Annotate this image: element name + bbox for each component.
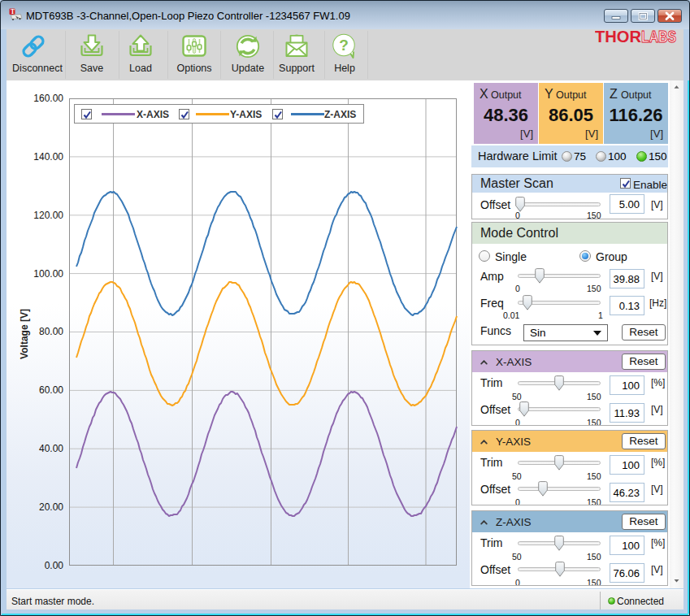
svg-text:T: T (11, 8, 15, 15)
svg-text:LABS: LABS (641, 29, 676, 44)
svg-text:THOR: THOR (595, 29, 641, 44)
svg-text:?: ? (339, 37, 349, 54)
